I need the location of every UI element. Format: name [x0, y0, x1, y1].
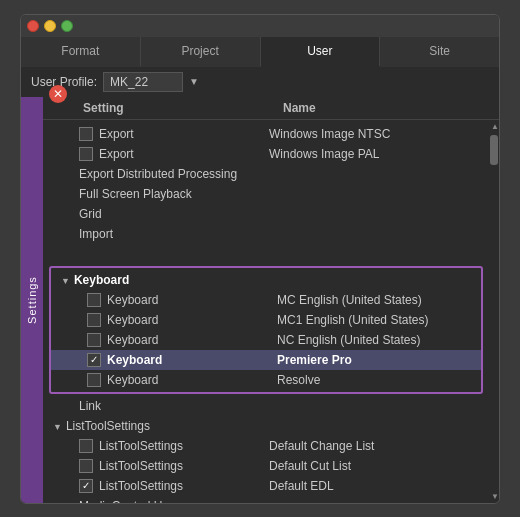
item-setting: Keyboard	[107, 313, 277, 327]
lts-changelist-checkbox[interactable]	[79, 439, 93, 453]
list-item	[43, 244, 489, 264]
list-item: ListToolSettings Default Change List	[43, 436, 489, 456]
settings-window: Format Project User Site User Profile: M…	[20, 14, 500, 504]
keyboard-section: Keyboard Keyboard MC English (United Sta…	[49, 266, 483, 394]
export-ntsc-checkbox[interactable]	[79, 127, 93, 141]
item-name: MC English (United States)	[277, 293, 471, 307]
scrollbar[interactable]: ▲ ▼	[489, 120, 499, 503]
tab-user[interactable]: User	[261, 37, 381, 67]
list-item: Export Distributed Processing	[43, 164, 489, 184]
item-name: Windows Image NTSC	[269, 127, 479, 141]
item-setting: ListToolSettings	[99, 439, 269, 453]
item-setting: MediaCentral User	[79, 499, 479, 503]
keyboard-premiere-checkbox[interactable]	[87, 353, 101, 367]
list-item: Keyboard MC English (United States)	[51, 290, 481, 310]
tab-project[interactable]: Project	[141, 37, 261, 67]
list-item: Keyboard MC1 English (United States)	[51, 310, 481, 330]
export-pal-checkbox[interactable]	[79, 147, 93, 161]
list-item: Link	[43, 396, 489, 416]
item-setting: Export	[99, 127, 269, 141]
item-name: Premiere Pro	[277, 353, 471, 367]
list-item: Export Windows Image NTSC	[43, 124, 489, 144]
item-name: Windows Image PAL	[269, 147, 479, 161]
item-setting: Import	[79, 227, 479, 241]
profile-value: MK_22	[103, 72, 183, 92]
side-label: Settings	[21, 97, 43, 503]
title-bar	[21, 15, 499, 37]
close-button[interactable]	[27, 20, 39, 32]
list-item: Full Screen Playback	[43, 184, 489, 204]
list-item: Grid	[43, 204, 489, 224]
scroll-down-arrow[interactable]: ▼	[489, 490, 499, 503]
list-item: Keyboard NC English (United States)	[51, 330, 481, 350]
item-name: MC1 English (United States)	[277, 313, 471, 327]
settings-list: Export Windows Image NTSC Export Windows…	[43, 120, 489, 503]
list-item: ListToolSettings Default EDL	[43, 476, 489, 496]
lts-cutlist-checkbox[interactable]	[79, 459, 93, 473]
item-setting: Keyboard	[107, 333, 277, 347]
list-item: Import	[43, 224, 489, 244]
scroll-up-arrow[interactable]: ▲	[489, 120, 499, 133]
item-setting: Full Screen Playback	[79, 187, 479, 201]
item-setting: ListToolSettings	[99, 479, 269, 493]
content-area: Settings ✕ Setting Name Export Windows I	[21, 97, 499, 503]
list-item: MediaCentral User	[43, 496, 489, 503]
side-label-text: Settings	[26, 276, 38, 324]
expand-keyboard-icon[interactable]	[61, 273, 74, 287]
lts-edl-checkbox[interactable]	[79, 479, 93, 493]
column-headers: Setting Name	[43, 97, 499, 120]
item-name: Default Cut List	[269, 459, 479, 473]
item-setting: Grid	[79, 207, 479, 221]
item-name: Resolve	[277, 373, 471, 387]
keyboard-mc-checkbox[interactable]	[87, 293, 101, 307]
listtoolsettings-group-label: ListToolSettings	[66, 419, 236, 433]
list-item: ListToolSettings Default Cut List	[43, 456, 489, 476]
tab-site[interactable]: Site	[380, 37, 499, 67]
item-setting: Export	[99, 147, 269, 161]
item-setting: Keyboard	[107, 353, 277, 367]
keyboard-nc-checkbox[interactable]	[87, 333, 101, 347]
tab-format[interactable]: Format	[21, 37, 141, 67]
table-area: Setting Name Export Windows Image NTSC	[43, 97, 499, 503]
item-name: Default EDL	[269, 479, 479, 493]
keyboard-group-label: Keyboard	[74, 273, 244, 287]
keyboard-group-header[interactable]: Keyboard	[51, 270, 481, 290]
list-item-premiere[interactable]: Keyboard Premiere Pro	[51, 350, 481, 370]
item-setting: ListToolSettings	[99, 459, 269, 473]
maximize-button[interactable]	[61, 20, 73, 32]
minimize-button[interactable]	[44, 20, 56, 32]
item-setting: Export Distributed Processing	[79, 167, 479, 181]
col-header-name: Name	[283, 101, 489, 115]
list-item: Export Windows Image PAL	[43, 144, 489, 164]
scroll-thumb[interactable]	[490, 135, 498, 165]
col-header-setting: Setting	[83, 101, 283, 115]
item-name: Default Change List	[269, 439, 479, 453]
keyboard-resolve-checkbox[interactable]	[87, 373, 101, 387]
item-setting: Keyboard	[107, 293, 277, 307]
profile-row: User Profile: MK_22 ▼	[21, 67, 499, 97]
listtoolsettings-group-header[interactable]: ListToolSettings	[43, 416, 489, 436]
tab-bar: Format Project User Site	[21, 37, 499, 67]
expand-listtoolsettings-icon[interactable]	[53, 419, 66, 433]
item-setting: Link	[79, 399, 479, 413]
profile-dropdown-arrow[interactable]: ▼	[189, 76, 199, 87]
item-setting: Keyboard	[107, 373, 277, 387]
keyboard-mc1-checkbox[interactable]	[87, 313, 101, 327]
item-name: NC English (United States)	[277, 333, 471, 347]
list-item: Keyboard Resolve	[51, 370, 481, 390]
